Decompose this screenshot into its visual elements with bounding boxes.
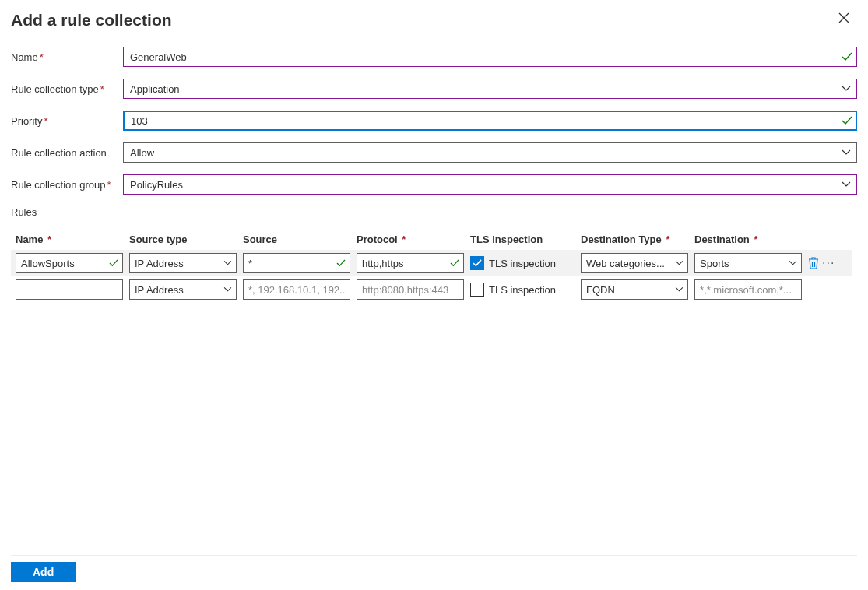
action-select[interactable] bbox=[123, 142, 857, 163]
name-input[interactable] bbox=[123, 47, 857, 67]
col-dest-type: Destination Type * bbox=[581, 234, 688, 245]
add-button[interactable]: Add bbox=[11, 562, 76, 582]
col-source-type: Source type bbox=[129, 234, 237, 245]
destination-select[interactable] bbox=[694, 253, 802, 273]
type-label: Rule collection type* bbox=[11, 83, 123, 95]
close-icon[interactable] bbox=[834, 11, 854, 25]
action-label: Rule collection action bbox=[11, 147, 123, 159]
name-label: Name* bbox=[11, 51, 123, 63]
protocol-input[interactable] bbox=[357, 253, 464, 273]
tls-checkbox[interactable] bbox=[470, 256, 484, 270]
destination-input[interactable] bbox=[694, 279, 802, 300]
rule-name-input[interactable] bbox=[16, 279, 123, 300]
priority-label: Priority* bbox=[11, 115, 123, 127]
source-type-select[interactable] bbox=[129, 253, 237, 273]
tls-label: TLS inspection bbox=[489, 258, 556, 269]
tls-checkbox[interactable] bbox=[470, 283, 484, 297]
table-row: TLS inspection bbox=[11, 276, 852, 303]
col-protocol: Protocol * bbox=[357, 234, 464, 245]
col-tls: TLS inspection bbox=[470, 234, 575, 245]
tls-label: TLS inspection bbox=[489, 284, 556, 296]
table-row: TLS inspection ··· bbox=[11, 250, 852, 276]
type-select[interactable] bbox=[123, 79, 857, 99]
source-input[interactable] bbox=[243, 253, 350, 273]
dest-type-select[interactable] bbox=[581, 253, 688, 273]
col-name: Name * bbox=[16, 234, 123, 245]
more-icon[interactable]: ··· bbox=[822, 256, 835, 270]
source-type-select[interactable] bbox=[129, 279, 237, 300]
protocol-input[interactable] bbox=[357, 279, 464, 300]
rules-section-label: Rules bbox=[11, 206, 857, 218]
dest-type-select[interactable] bbox=[581, 279, 688, 300]
source-input[interactable] bbox=[243, 279, 350, 300]
page-title: Add a rule collection bbox=[11, 11, 172, 30]
priority-input[interactable] bbox=[123, 111, 857, 131]
group-label: Rule collection group* bbox=[11, 179, 123, 191]
col-destination: Destination * bbox=[694, 234, 802, 245]
rule-name-input[interactable] bbox=[16, 253, 123, 273]
col-source: Source bbox=[243, 234, 350, 245]
delete-icon[interactable] bbox=[808, 257, 819, 269]
group-select[interactable] bbox=[123, 174, 857, 195]
